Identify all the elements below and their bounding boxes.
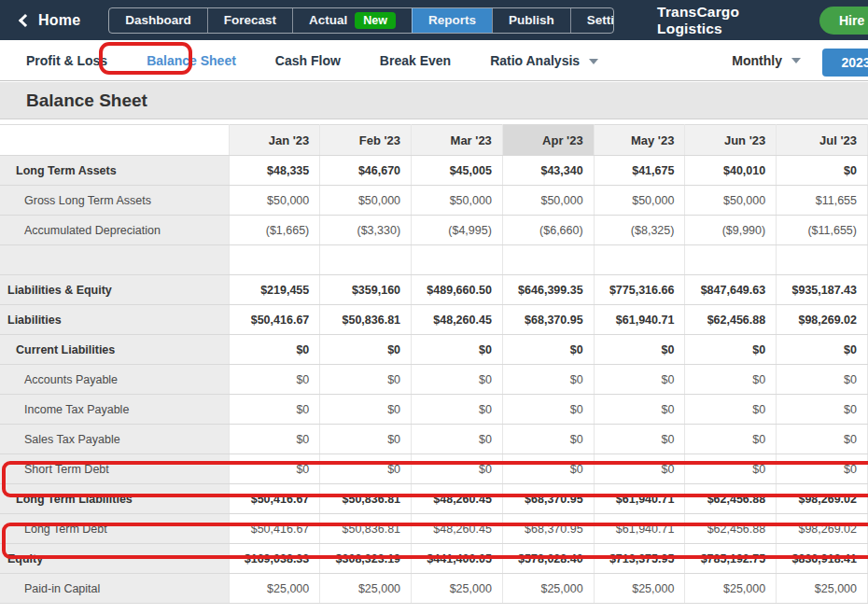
value-cell: $0 — [685, 365, 777, 395]
row-label[interactable]: Liabilities — [0, 305, 229, 335]
value-cell: $0 — [685, 425, 777, 454]
balance-sheet-table-wrap: Jan '23Feb '23Mar '23Apr '23May '23Jun '… — [0, 124, 868, 604]
value-cell: $50,416.67 — [229, 484, 320, 514]
year-button[interactable]: 2023 — [822, 49, 868, 77]
value-cell: $0 — [229, 335, 320, 365]
value-cell: $359,160 — [320, 275, 412, 305]
tab-cash-flow[interactable]: Cash Flow — [275, 53, 341, 68]
value-cell: $0 — [412, 425, 503, 454]
value-cell: $25,000 — [502, 574, 594, 604]
value-cell: $785,192.75 — [685, 544, 777, 574]
value-cell: $98,269.02 — [777, 305, 868, 335]
row-label[interactable]: Current Liabilities — [0, 335, 229, 365]
value-cell: $0 — [594, 365, 685, 395]
column-header: Feb '23 — [320, 125, 412, 156]
tab-dashboard[interactable]: Dashboard — [109, 8, 207, 33]
table-row: Accounts Payable$0$0$0$0$0$0$0 — [0, 365, 868, 395]
column-header: Mar '23 — [412, 125, 503, 156]
value-cell: $578,028.40 — [502, 544, 594, 574]
value-cell: ($1,665) — [229, 216, 320, 245]
row-label[interactable]: Sales Tax Payable — [0, 425, 229, 454]
value-cell: $0 — [229, 365, 320, 395]
value-cell: $0 — [594, 395, 685, 425]
company-name: TransCargo Logistics — [657, 4, 798, 37]
tab-balance-sheet[interactable]: Balance Sheet — [147, 53, 236, 68]
value-cell: $0 — [229, 395, 320, 425]
column-header: Jun '23 — [685, 125, 777, 156]
value-cell: $50,836.81 — [320, 305, 412, 335]
table-header-row: Jan '23Feb '23Mar '23Apr '23May '23Jun '… — [0, 125, 868, 156]
value-cell: ($9,990) — [685, 216, 777, 245]
tab-forecast[interactable]: Forecast — [207, 8, 292, 33]
value-cell: ($6,660) — [502, 216, 594, 245]
value-cell: $50,836.81 — [320, 484, 412, 514]
chevron-down-icon — [791, 58, 801, 63]
period-dropdown[interactable]: Monthly — [732, 40, 801, 81]
row-label[interactable]: Long Term Debt — [0, 514, 229, 544]
row-label[interactable]: Gross Long Term Assets — [0, 186, 229, 216]
value-cell: $0 — [777, 365, 868, 395]
value-cell: $25,000 — [777, 574, 868, 604]
table-row: Liabilities$50,416.67$50,836.81$48,260.4… — [0, 305, 868, 335]
value-cell: $50,836.81 — [320, 514, 412, 544]
value-cell: $0 — [777, 335, 868, 365]
value-cell: $0 — [777, 454, 868, 484]
value-cell: $25,000 — [685, 574, 777, 604]
tab-actual[interactable]: Actual New — [292, 8, 412, 33]
row-label[interactable]: Short Term Debt — [0, 454, 229, 484]
column-header: May '23 — [594, 125, 685, 156]
tab-settings-label: Settings — [587, 13, 614, 27]
value-cell: $48,260.45 — [412, 514, 503, 544]
value-cell: ($4,995) — [412, 216, 503, 245]
value-cell: $713,375.95 — [594, 544, 685, 574]
value-cell: $0 — [502, 335, 594, 365]
value-cell: $0 — [502, 365, 594, 395]
hire-button[interactable]: Hire — [819, 7, 868, 35]
value-cell: $68,370.95 — [502, 484, 594, 514]
table-row: Liabilities & Equity$219,455$359,160$489… — [0, 275, 868, 305]
page-title: Balance Sheet — [26, 91, 147, 111]
value-cell: $0 — [594, 425, 685, 454]
report-subnav: Profit & Loss Balance Sheet Cash Flow Br… — [0, 40, 868, 81]
table-row: Equity$169,038.33$308,323.19$441,400.05$… — [0, 544, 868, 574]
value-cell: $0 — [777, 425, 868, 454]
row-label-empty — [0, 245, 229, 275]
value-cell: $41,675 — [594, 156, 685, 186]
tab-publish-label: Publish — [509, 13, 554, 27]
value-cell: $50,000 — [594, 186, 685, 216]
row-label[interactable]: Liabilities & Equity — [0, 275, 229, 305]
column-header: Jan '23 — [229, 125, 320, 156]
value-cell: $40,010 — [685, 156, 777, 186]
tab-settings[interactable]: Settings — [570, 8, 614, 33]
tab-break-even[interactable]: Break Even — [380, 53, 451, 68]
row-label[interactable]: Long Term Assets — [0, 156, 229, 186]
tab-publish[interactable]: Publish — [492, 8, 570, 33]
row-label[interactable]: Paid-in Capital — [0, 574, 229, 604]
tab-ratio-analysis[interactable]: Ratio Analysis — [490, 53, 598, 68]
row-label[interactable]: Accumulated Depreciation — [0, 216, 229, 245]
row-label[interactable]: Accounts Payable — [0, 365, 229, 395]
row-label[interactable]: Income Tax Payable — [0, 395, 229, 425]
table-row: Income Tax Payable$0$0$0$0$0$0$0 — [0, 395, 868, 425]
tab-reports[interactable]: Reports — [412, 8, 492, 33]
table-corner-cell — [0, 125, 229, 156]
new-badge: New — [355, 12, 396, 29]
home-back-button[interactable]: Home — [21, 12, 80, 29]
value-cell: $0 — [777, 395, 868, 425]
value-cell: $0 — [229, 425, 320, 454]
value-cell: $0 — [320, 395, 412, 425]
row-label[interactable]: Equity — [0, 544, 229, 574]
value-cell: $489,660.50 — [412, 275, 503, 305]
value-cell: $50,000 — [229, 186, 320, 216]
value-cell: $0 — [777, 156, 868, 186]
value-cell: $46,670 — [320, 156, 412, 186]
value-cell: $25,000 — [412, 574, 503, 604]
tab-profit-and-loss[interactable]: Profit & Loss — [26, 53, 107, 68]
row-label[interactable]: Long Term Liabilities — [0, 484, 229, 514]
value-cell: $847,649.63 — [685, 275, 777, 305]
value-cell: ($8,325) — [594, 216, 685, 245]
value-cell — [320, 245, 412, 275]
value-cell — [777, 245, 868, 275]
value-cell: $62,456.88 — [685, 514, 777, 544]
table-row: Accumulated Depreciation($1,665)($3,330)… — [0, 216, 868, 245]
